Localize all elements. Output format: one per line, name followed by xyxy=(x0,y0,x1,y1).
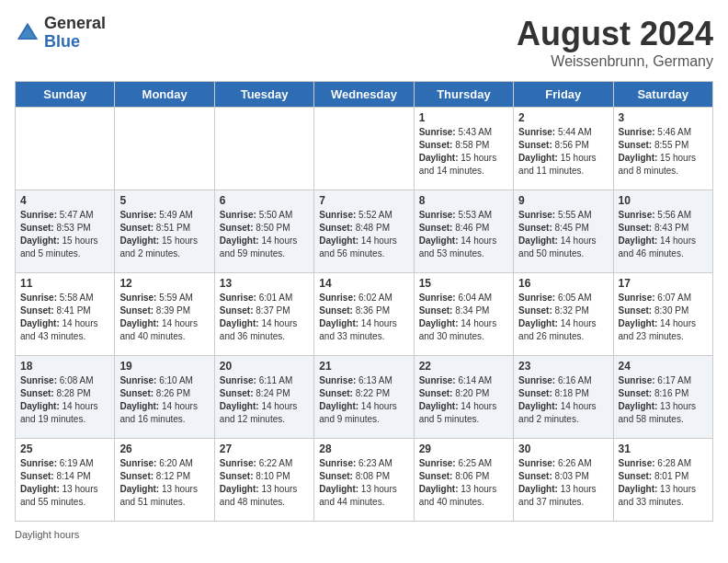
table-row: 4Sunrise: 5:47 AMSunset: 8:53 PMDaylight… xyxy=(16,190,115,273)
table-row: 22Sunrise: 6:14 AMSunset: 8:20 PMDayligh… xyxy=(414,356,513,439)
calendar-header-sunday: Sunday xyxy=(16,82,115,108)
day-info: Sunrise: 6:25 AM xyxy=(419,457,508,470)
day-number: 8 xyxy=(419,194,508,207)
day-number: 3 xyxy=(619,111,708,124)
day-info: Sunrise: 6:10 AM xyxy=(119,374,209,387)
day-info: Sunset: 8:34 PM xyxy=(419,304,508,317)
day-info: Sunrise: 6:05 AM xyxy=(518,292,608,304)
day-info: Sunset: 8:37 PM xyxy=(220,304,309,317)
table-row: 3Sunrise: 5:46 AMSunset: 8:55 PMDaylight… xyxy=(613,108,712,190)
calendar-header-tuesday: Tuesday xyxy=(214,82,313,108)
table-row: 27Sunrise: 6:22 AMSunset: 8:10 PMDayligh… xyxy=(214,439,313,522)
table-row: 20Sunrise: 6:11 AMSunset: 8:24 PMDayligh… xyxy=(214,356,313,439)
day-info: Daylight: 14 hours and 50 minutes. xyxy=(518,235,608,260)
table-row: 24Sunrise: 6:17 AMSunset: 8:16 PMDayligh… xyxy=(613,356,712,439)
day-info: Daylight: 13 hours and 48 minutes. xyxy=(220,483,309,509)
day-info: Sunrise: 6:20 AM xyxy=(119,457,209,470)
day-number: 30 xyxy=(518,442,608,455)
day-number: 5 xyxy=(119,194,209,207)
day-info: Sunset: 8:20 PM xyxy=(419,387,508,400)
table-row xyxy=(115,108,214,190)
day-info: Daylight: 14 hours and 59 minutes. xyxy=(220,235,309,260)
table-row: 18Sunrise: 6:08 AMSunset: 8:28 PMDayligh… xyxy=(16,356,115,439)
day-info: Sunset: 8:45 PM xyxy=(518,222,608,235)
table-row: 31Sunrise: 6:28 AMSunset: 8:01 PMDayligh… xyxy=(613,439,712,522)
day-info: Sunset: 8:41 PM xyxy=(20,304,109,317)
day-number: 9 xyxy=(518,194,608,207)
day-info: Sunrise: 5:50 AM xyxy=(220,209,309,222)
day-info: Sunrise: 5:46 AM xyxy=(619,126,708,139)
day-info: Sunrise: 6:14 AM xyxy=(419,374,508,387)
day-number: 27 xyxy=(220,442,309,455)
table-row: 13Sunrise: 6:01 AMSunset: 8:37 PMDayligh… xyxy=(214,273,313,356)
day-info: Daylight: 14 hours and 40 minutes. xyxy=(119,317,209,343)
table-row: 1Sunrise: 5:43 AMSunset: 8:58 PMDaylight… xyxy=(414,108,513,190)
calendar-header-thursday: Thursday xyxy=(414,82,513,108)
day-info: Daylight: 14 hours and 36 minutes. xyxy=(220,317,309,343)
table-row: 14Sunrise: 6:02 AMSunset: 8:36 PMDayligh… xyxy=(314,273,414,356)
day-info: Daylight: 14 hours and 9 minutes. xyxy=(319,400,408,426)
day-info: Daylight: 14 hours and 16 minutes. xyxy=(119,400,209,426)
calendar-header-row: SundayMondayTuesdayWednesdayThursdayFrid… xyxy=(16,82,713,108)
day-number: 15 xyxy=(419,277,508,290)
logo-icon xyxy=(15,20,40,46)
day-info: Sunrise: 6:19 AM xyxy=(20,457,109,470)
day-info: Sunrise: 5:55 AM xyxy=(518,209,608,222)
day-number: 19 xyxy=(119,360,209,373)
day-info: Sunrise: 5:52 AM xyxy=(319,209,408,222)
table-row xyxy=(314,108,414,190)
day-info: Daylight: 14 hours and 26 minutes. xyxy=(518,317,608,343)
day-info: Daylight: 13 hours and 51 minutes. xyxy=(119,483,209,509)
day-info: Sunset: 8:32 PM xyxy=(518,304,608,317)
day-info: Sunrise: 6:16 AM xyxy=(518,374,608,387)
table-row: 12Sunrise: 5:59 AMSunset: 8:39 PMDayligh… xyxy=(115,273,214,356)
day-info: Sunset: 8:48 PM xyxy=(319,222,408,235)
table-row: 16Sunrise: 6:05 AMSunset: 8:32 PMDayligh… xyxy=(514,273,613,356)
day-info: Sunset: 8:43 PM xyxy=(619,222,708,235)
day-info: Sunrise: 6:04 AM xyxy=(419,292,508,304)
day-info: Sunset: 8:18 PM xyxy=(518,387,608,400)
day-info: Sunrise: 5:44 AM xyxy=(518,126,608,139)
title-area: August 2024 Weissenbrunn, Germany xyxy=(517,15,713,70)
day-number: 20 xyxy=(220,360,309,373)
day-info: Daylight: 15 hours and 8 minutes. xyxy=(619,152,708,178)
day-info: Sunset: 8:51 PM xyxy=(119,222,209,235)
day-info: Sunrise: 6:13 AM xyxy=(319,374,408,387)
day-info: Sunrise: 6:23 AM xyxy=(319,457,408,470)
day-info: Sunrise: 5:56 AM xyxy=(619,209,708,222)
day-info: Sunset: 8:30 PM xyxy=(619,304,708,317)
month-title: August 2024 xyxy=(517,15,713,53)
calendar-week-row: 25Sunrise: 6:19 AMSunset: 8:14 PMDayligh… xyxy=(16,439,713,522)
day-info: Sunset: 8:24 PM xyxy=(220,387,309,400)
calendar-week-row: 4Sunrise: 5:47 AMSunset: 8:53 PMDaylight… xyxy=(16,190,713,273)
table-row: 28Sunrise: 6:23 AMSunset: 8:08 PMDayligh… xyxy=(314,439,414,522)
day-number: 23 xyxy=(518,360,608,373)
day-number: 10 xyxy=(619,194,708,207)
logo: General Blue xyxy=(15,15,106,52)
table-row: 26Sunrise: 6:20 AMSunset: 8:12 PMDayligh… xyxy=(115,439,214,522)
day-info: Sunset: 8:26 PM xyxy=(119,387,209,400)
table-row: 29Sunrise: 6:25 AMSunset: 8:06 PMDayligh… xyxy=(414,439,513,522)
table-row: 15Sunrise: 6:04 AMSunset: 8:34 PMDayligh… xyxy=(414,273,513,356)
day-info: Daylight: 13 hours and 33 minutes. xyxy=(619,483,708,509)
day-info: Sunset: 8:12 PM xyxy=(119,470,209,483)
day-number: 22 xyxy=(419,360,508,373)
day-info: Daylight: 15 hours and 11 minutes. xyxy=(518,152,608,178)
day-number: 26 xyxy=(119,442,209,455)
page-header: General Blue August 2024 Weissenbrunn, G… xyxy=(15,15,713,70)
calendar-week-row: 11Sunrise: 5:58 AMSunset: 8:41 PMDayligh… xyxy=(16,273,713,356)
day-number: 7 xyxy=(319,194,408,207)
day-info: Sunrise: 5:47 AM xyxy=(20,209,109,222)
day-info: Sunset: 8:03 PM xyxy=(518,470,608,483)
legend: Daylight hours xyxy=(15,529,713,540)
day-info: Sunrise: 6:07 AM xyxy=(619,292,708,304)
day-number: 1 xyxy=(419,111,508,124)
calendar-header-monday: Monday xyxy=(115,82,214,108)
calendar-header-friday: Friday xyxy=(514,82,613,108)
day-info: Sunset: 8:55 PM xyxy=(619,139,708,152)
day-info: Sunrise: 6:28 AM xyxy=(619,457,708,470)
day-info: Daylight: 14 hours and 12 minutes. xyxy=(220,400,309,426)
day-info: Daylight: 13 hours and 37 minutes. xyxy=(518,483,608,509)
day-number: 17 xyxy=(619,277,708,290)
day-number: 14 xyxy=(319,277,408,290)
